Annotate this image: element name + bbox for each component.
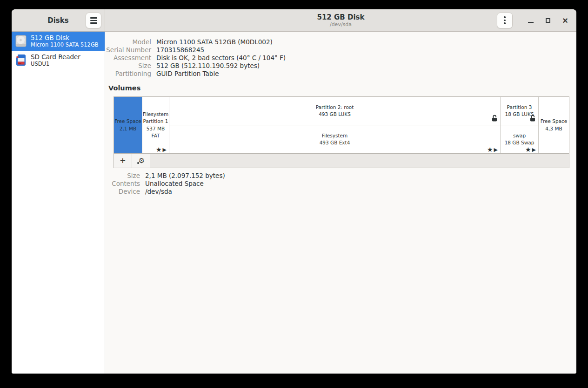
info-label: Contents bbox=[105, 180, 140, 188]
hard-disk-icon bbox=[15, 35, 27, 47]
window-title: 512 GB Disk bbox=[317, 13, 365, 22]
volume-size-label: 2,1 MB bbox=[120, 125, 136, 132]
plus-icon: + bbox=[120, 156, 126, 165]
info-row-selection-size: Size 2,1 MB (2.097.152 bytes) bbox=[105, 172, 576, 180]
volume-segment-partition-3[interactable]: Partition 3 18 GB LUKS s bbox=[501, 97, 539, 153]
info-value: /dev/sda bbox=[145, 188, 172, 196]
info-label: Model bbox=[105, 38, 151, 46]
close-button[interactable]: × bbox=[560, 15, 571, 26]
unlocked-icon bbox=[492, 115, 497, 122]
volume-label: swap bbox=[513, 132, 526, 139]
volume-label: Free Space bbox=[541, 118, 568, 125]
info-label: Serial Number bbox=[105, 46, 151, 54]
create-partition-button[interactable]: + bbox=[114, 154, 132, 168]
volumes-toolbar: + ⚙ bbox=[114, 153, 569, 168]
bootable-star-icon: ★ bbox=[156, 146, 162, 153]
bootable-star-icon: ★ bbox=[487, 146, 493, 153]
device-sidebar: 512 GB Disk Micron 1100 SATA 512GB S bbox=[12, 32, 105, 374]
info-label: Device bbox=[105, 188, 140, 196]
volume-segment-free-space-2[interactable]: Free Space 4,3 MB bbox=[539, 97, 569, 153]
volume-label: Partition 3 bbox=[507, 104, 532, 111]
info-row-assessment: Assessment Disk is OK, 2 bad sectors (40… bbox=[105, 54, 576, 62]
volume-label: Partition 2: root bbox=[316, 104, 354, 111]
screen-background: Disks 512 GB Disk /dev/sda bbox=[0, 0, 588, 388]
info-value: 2,1 MB (2.097.152 bytes) bbox=[145, 172, 225, 180]
info-row-size: Size 512 GB (512.110.190.592 bytes) bbox=[105, 62, 576, 70]
gear-icon: ⚙ bbox=[139, 157, 145, 164]
close-icon: × bbox=[562, 16, 568, 25]
volume-label: Free Space bbox=[114, 118, 141, 125]
disk-info-section: Model Micron 1100 SATA 512GB (M0DL002) S… bbox=[105, 38, 576, 78]
info-label: Size bbox=[105, 172, 140, 180]
volume-segment-partition-2[interactable]: Partition 2: root 493 GB LUKS bbox=[169, 97, 501, 153]
volumes-heading: Volumes bbox=[108, 84, 576, 92]
volume-label: Filesystem bbox=[143, 111, 169, 118]
sidebar-item-subtitle: USDU1 bbox=[31, 61, 80, 68]
info-value: Unallocated Space bbox=[145, 180, 204, 188]
mounted-play-icon: ▶ bbox=[494, 147, 498, 152]
volume-label: Partition 1 bbox=[143, 118, 168, 125]
volume-size-label: 493 GB Ext4 bbox=[320, 139, 350, 146]
disk-detail-pane: Model Micron 1100 SATA 512GB (M0DL002) S… bbox=[105, 32, 576, 374]
info-value: Disk is OK, 2 bad sectors (40° C / 104° … bbox=[156, 54, 286, 62]
disks-window: Disks 512 GB Disk /dev/sda bbox=[12, 9, 576, 374]
info-row-partitioning: Partitioning GUID Partition Table bbox=[105, 70, 576, 78]
volume-segment-free-space-1[interactable]: Free Space 2,1 MB bbox=[114, 97, 142, 153]
info-row-serial: Serial Number 170315868245 bbox=[105, 46, 576, 54]
bootable-star-icon: ★ bbox=[525, 146, 531, 153]
info-value: 512 GB (512.110.190.592 bytes) bbox=[156, 62, 260, 70]
info-row-selection-device: Device /dev/sda bbox=[105, 188, 576, 196]
sidebar-item-sd-card-reader[interactable]: SD Card Reader USDU1 bbox=[12, 51, 105, 70]
volume-size-label: 4,3 MB bbox=[545, 125, 562, 132]
info-value: 170315868245 bbox=[156, 46, 204, 54]
volume-size-label: 18 GB Swap bbox=[505, 139, 535, 146]
sidebar-item-title: SD Card Reader bbox=[31, 53, 80, 61]
volume-segment-partition-1[interactable]: Filesystem Partition 1 537 MB FAT ★ ▶ bbox=[142, 97, 169, 153]
hamburger-menu-button[interactable] bbox=[86, 13, 101, 28]
hamburger-icon bbox=[90, 17, 97, 23]
volumes-grid: Free Space 2,1 MB Filesystem Partition 1… bbox=[114, 97, 569, 153]
partition-options-button[interactable]: ⚙ bbox=[132, 154, 150, 168]
sd-card-icon bbox=[15, 54, 27, 66]
volume-label: Filesystem bbox=[322, 132, 348, 139]
info-value: Micron 1100 SATA 512GB (M0DL002) bbox=[156, 38, 273, 46]
titlebar: Disks 512 GB Disk /dev/sda bbox=[12, 9, 576, 32]
info-row-model: Model Micron 1100 SATA 512GB (M0DL002) bbox=[105, 38, 576, 46]
mounted-play-icon: ▶ bbox=[163, 147, 167, 152]
three-dot-menu-icon bbox=[504, 16, 505, 24]
app-menu-button[interactable] bbox=[497, 13, 513, 28]
sidebar-header: Disks bbox=[12, 9, 105, 31]
maximize-icon bbox=[546, 18, 550, 23]
volume-size-label: 493 GB LUKS bbox=[319, 111, 351, 118]
content-header: 512 GB Disk /dev/sda × bbox=[105, 9, 576, 31]
info-label: Partitioning bbox=[105, 70, 151, 78]
sidebar-item-512gb-disk[interactable]: 512 GB Disk Micron 1100 SATA 512GB bbox=[12, 32, 105, 51]
selection-info-section: Size 2,1 MB (2.097.152 bytes) Contents U… bbox=[105, 172, 576, 196]
app-title: Disks bbox=[47, 16, 68, 25]
minimize-button[interactable] bbox=[525, 15, 536, 26]
info-row-selection-contents: Contents Unallocated Space bbox=[105, 180, 576, 188]
volumes-map: Free Space 2,1 MB Filesystem Partition 1… bbox=[114, 96, 569, 168]
window-controls: × bbox=[497, 9, 571, 31]
sidebar-item-title: 512 GB Disk bbox=[31, 34, 99, 42]
info-label: Size bbox=[105, 62, 151, 70]
info-value: GUID Partition Table bbox=[156, 70, 219, 78]
info-label: Assessment bbox=[105, 54, 151, 62]
volume-size-label: 537 MB FAT bbox=[142, 125, 169, 139]
gear-dot bbox=[137, 162, 139, 164]
window-subtitle: /dev/sda bbox=[330, 21, 352, 27]
mounted-play-icon: ▶ bbox=[532, 147, 536, 152]
maximize-button[interactable] bbox=[542, 15, 554, 26]
unlocked-icon bbox=[530, 115, 535, 122]
sidebar-item-subtitle: Micron 1100 SATA 512GB bbox=[31, 42, 99, 48]
minimize-icon bbox=[528, 22, 534, 23]
